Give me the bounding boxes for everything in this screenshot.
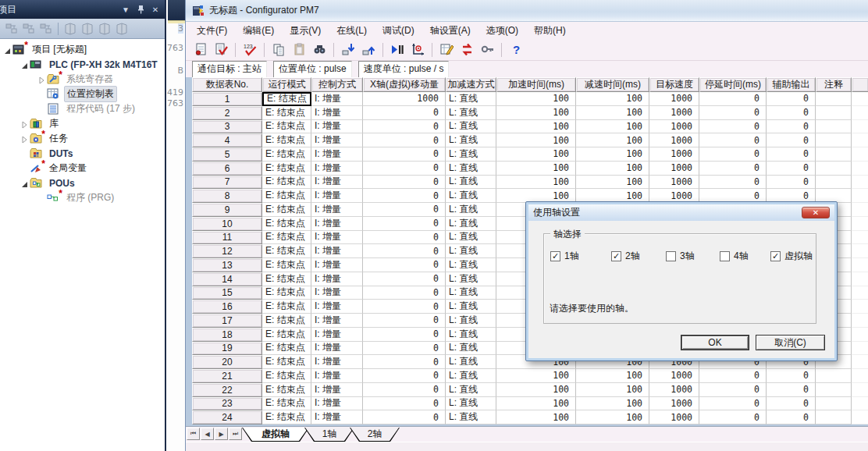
cell[interactable]: 0 (363, 106, 446, 120)
next-sheet-button[interactable]: ▶ (215, 428, 228, 440)
menu-d[interactable]: 调试(D) (375, 23, 422, 39)
row-header[interactable]: 15 (192, 286, 262, 300)
row-header[interactable]: 17 (192, 314, 262, 328)
row-header[interactable]: 4 (192, 133, 262, 147)
cell[interactable]: 0 (363, 314, 446, 328)
cell[interactable]: 1000 (649, 176, 699, 190)
last-sheet-button[interactable]: ⏭ (229, 428, 242, 440)
cell[interactable]: 0 (363, 328, 446, 342)
cancel-button[interactable]: 取消(C) (756, 335, 825, 350)
cell[interactable]: L: 直线 (446, 328, 496, 342)
collapse-arrow-icon[interactable] (20, 179, 28, 187)
cell[interactable]: L: 直线 (446, 147, 496, 162)
cell[interactable]: 0 (699, 92, 767, 106)
cell[interactable] (816, 176, 852, 190)
row-header[interactable]: 8 (192, 189, 262, 203)
cell[interactable]: 0 (699, 397, 767, 411)
row-header[interactable]: 16 (192, 300, 262, 314)
verify-entry-icon[interactable] (212, 42, 229, 58)
paste-icon[interactable] (290, 42, 308, 58)
cell[interactable]: E: 结束点 (262, 355, 311, 369)
cell[interactable]: 1000 (649, 106, 699, 120)
download-icon[interactable] (340, 42, 357, 58)
cell[interactable]: 100 (576, 120, 649, 134)
tree-item-duts[interactable]: DUTs (0, 146, 165, 161)
checkbox-icon[interactable] (720, 251, 730, 261)
tree-item--17-[interactable]: 程序代码 (17 步) (0, 101, 165, 116)
cell[interactable]: I: 增量 (311, 258, 363, 272)
cell[interactable]: 0 (767, 120, 816, 134)
cell[interactable]: L: 直线 (446, 258, 496, 272)
row-header[interactable]: 11 (192, 231, 262, 245)
cell[interactable]: E: 结束点 (262, 189, 311, 203)
cell[interactable]: E: 结束点 (262, 286, 311, 300)
cell[interactable]: 1000 (649, 120, 699, 134)
row-header[interactable]: 23 (192, 397, 262, 411)
cell[interactable]: 1000 (649, 162, 699, 176)
cell[interactable]: I: 增量 (311, 231, 363, 245)
cell[interactable]: I: 增量 (311, 369, 363, 383)
link-instance-icon[interactable] (5, 23, 19, 35)
window-titlebar[interactable]: 无标题 - Configurator PM7 (186, 0, 868, 22)
cell[interactable]: 0 (363, 231, 446, 245)
tree-item--[interactable]: *任务 (0, 131, 165, 146)
cell[interactable]: 1000 (649, 397, 699, 411)
cell[interactable]: 0 (767, 92, 816, 106)
cell[interactable]: I: 增量 (311, 189, 363, 203)
cell[interactable]: 0 (767, 369, 816, 383)
cell[interactable]: E: 结束点 (262, 162, 311, 176)
cell[interactable]: L: 直线 (446, 369, 496, 383)
cell[interactable]: E: 结束点 (262, 106, 311, 120)
cell[interactable]: 0 (363, 176, 446, 190)
cell[interactable]: 100 (576, 162, 649, 176)
cell[interactable] (816, 147, 852, 162)
tree-item--[interactable]: *项目 [无标题] (0, 42, 165, 57)
cell[interactable]: I: 增量 (311, 383, 363, 397)
cell[interactable]: 0 (363, 217, 446, 231)
dialog-titlebar[interactable]: 使用轴设置 ✕ (528, 204, 834, 221)
cell[interactable]: 0 (767, 383, 816, 397)
cell[interactable]: 0 (699, 410, 767, 424)
cell[interactable]: 1000 (649, 383, 699, 397)
menu-l[interactable]: 在线(L) (329, 23, 375, 39)
copy-icon[interactable] (270, 42, 287, 58)
cell[interactable]: 0 (767, 176, 816, 190)
cell[interactable]: L: 直线 (446, 106, 496, 120)
cell[interactable]: E: 结束点 (262, 272, 311, 286)
cell[interactable] (816, 162, 852, 176)
cell[interactable]: E: 结束点 (262, 244, 311, 258)
axis-checkbox-4轴[interactable]: 4轴 (720, 250, 749, 263)
cell[interactable] (816, 383, 852, 397)
cell[interactable]: 0 (767, 162, 816, 176)
cell[interactable]: 100 (576, 383, 649, 397)
cell[interactable]: 0 (767, 133, 816, 147)
cell[interactable]: I: 增量 (311, 342, 363, 356)
cell[interactable]: L: 直线 (446, 189, 496, 203)
cell[interactable]: L: 直线 (446, 342, 496, 356)
verify-data-icon[interactable]: 123 (241, 42, 258, 58)
cell[interactable]: L: 直线 (446, 272, 496, 286)
cell[interactable]: L: 直线 (446, 383, 496, 397)
library-open-icon[interactable] (80, 23, 94, 35)
row-header[interactable]: 12 (192, 244, 262, 258)
collapse-arrow-icon[interactable] (20, 61, 28, 69)
library-add-icon[interactable] (63, 23, 77, 35)
row-header[interactable]: 2 (192, 106, 262, 120)
cell[interactable]: 100 (496, 410, 576, 424)
chevron-down-icon[interactable]: ▼ (119, 4, 132, 16)
cell[interactable]: L: 直线 (446, 203, 496, 217)
cell[interactable]: 100 (496, 162, 576, 176)
cell[interactable]: 0 (363, 244, 446, 258)
cell[interactable]: 0 (363, 258, 446, 272)
cell[interactable]: 0 (699, 133, 767, 147)
menu-o[interactable]: 选项(O) (478, 23, 526, 39)
cell[interactable]: I: 增量 (311, 328, 363, 342)
sheet-tab-虚拟轴[interactable]: 虚拟轴 (242, 428, 309, 442)
cell[interactable]: E: 结束点 (262, 258, 311, 272)
cell[interactable]: I: 增量 (311, 300, 363, 314)
tree-item-plc-fp-xh-32k-m4t16t[interactable]: PLC (FP-XH 32k M4T16T (0, 57, 165, 72)
cell[interactable]: 100 (496, 147, 576, 162)
cell[interactable]: E: 结束点 (262, 176, 311, 190)
ok-button[interactable]: OK (681, 335, 749, 350)
cell[interactable]: L: 直线 (446, 397, 496, 411)
